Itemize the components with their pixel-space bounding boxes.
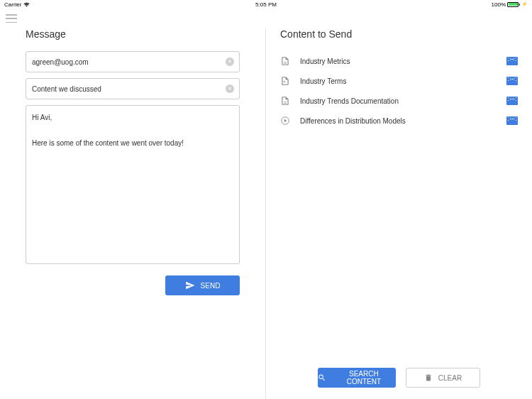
search-content-button[interactable]: SEARCH CONTENT	[318, 368, 396, 388]
trash-icon	[424, 373, 433, 382]
clear-button[interactable]: CLEAR	[406, 368, 480, 388]
battery-icon	[507, 2, 520, 7]
status-right: 100% ⚡	[492, 1, 528, 8]
content-item[interactable]: Industry Terms	[280, 71, 518, 91]
video-icon	[280, 116, 290, 126]
status-left: Carrier	[4, 1, 30, 8]
send-icon	[185, 280, 195, 290]
content-item-label: Differences in Distribution Models	[300, 117, 497, 125]
status-bar: Carrier 5:05 PM 100% ⚡	[0, 0, 532, 9]
subject-input[interactable]	[26, 78, 240, 99]
message-panel: Message SEND	[0, 28, 266, 399]
body-container	[26, 105, 240, 267]
bottom-button-row: SEARCH CONTENT CLEAR	[280, 368, 518, 390]
charging-icon: ⚡	[521, 1, 528, 7]
clear-button-label: CLEAR	[438, 374, 462, 382]
content-item[interactable]: Differences in Distribution Models	[280, 111, 518, 131]
search-button-label: SEARCH CONTENT	[332, 370, 396, 386]
search-icon	[318, 373, 326, 382]
battery-percent: 100%	[492, 1, 506, 8]
menu-button[interactable]	[6, 14, 17, 23]
send-row: SEND	[26, 275, 240, 295]
wifi-icon	[23, 2, 30, 7]
email-input[interactable]	[26, 51, 240, 72]
mail-icon[interactable]	[506, 57, 518, 65]
message-body-input[interactable]	[26, 105, 240, 264]
content-title: Content to Send	[280, 28, 518, 40]
email-input-group	[26, 51, 240, 72]
document-icon	[280, 96, 290, 106]
status-time: 5:05 PM	[255, 1, 277, 8]
content-panel: Content to Send Industry Metrics	[266, 28, 532, 399]
carrier-label: Carrier	[4, 1, 21, 8]
content-item-label: Industry Metrics	[300, 58, 497, 65]
content-item[interactable]: Industry Metrics	[280, 51, 518, 71]
content-item-label: Industry Terms	[300, 77, 497, 85]
clear-email-icon[interactable]	[226, 58, 234, 66]
document-icon	[280, 56, 290, 66]
mail-icon[interactable]	[506, 97, 518, 105]
message-title: Message	[26, 28, 240, 40]
content-item[interactable]: Industry Trends Documentation	[280, 91, 518, 111]
pdf-icon	[280, 76, 290, 86]
send-button[interactable]: SEND	[165, 275, 240, 295]
mail-icon[interactable]	[506, 116, 518, 125]
content-list: Industry Metrics Industry Terms	[280, 51, 518, 368]
subject-input-group	[26, 78, 240, 99]
content-item-label: Industry Trends Documentation	[300, 97, 497, 105]
clear-subject-icon[interactable]	[226, 84, 234, 93]
mail-icon[interactable]	[506, 77, 518, 85]
send-button-label: SEND	[201, 282, 221, 290]
